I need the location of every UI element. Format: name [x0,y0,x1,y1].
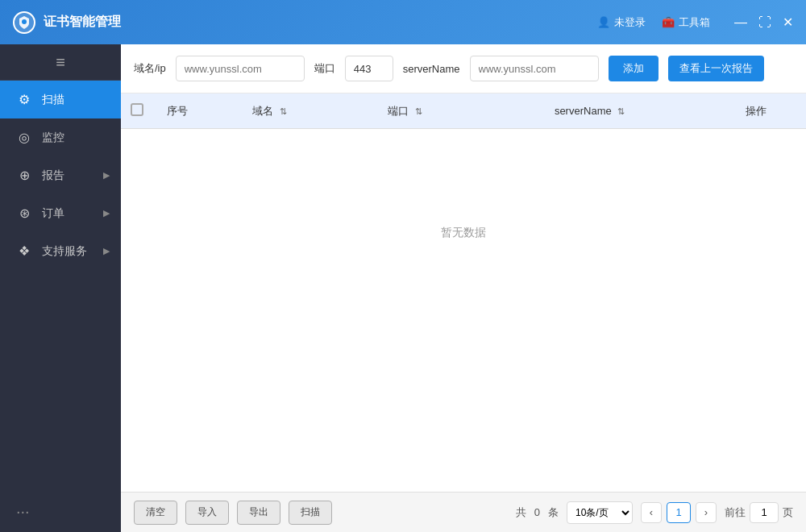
pagination-area: 共 0 条 10条/页 20条/页 50条/页 100条/页 ‹ › 前往 [516,501,793,524]
import-button[interactable]: 导入 [185,501,229,525]
port-sort-icon: ⇅ [415,106,422,117]
sidebar-item-order[interactable]: ⊛ 订单 ▶ [0,194,121,232]
total-unit: 条 [548,505,559,520]
col-port[interactable]: 端口 ⇅ [338,94,474,129]
scan-icon: ⚙ [16,92,32,107]
user-icon: 👤 [597,16,610,28]
report-arrow-icon: ▶ [103,170,110,181]
tools-icon: 🧰 [662,16,675,28]
title-right-group: 👤 未登录 🧰 工具箱 — ⛶ ✕ [597,15,793,30]
support-arrow-icon: ▶ [103,246,110,256]
select-all-checkbox[interactable] [131,103,143,116]
domain-label: 域名/ip [134,61,166,76]
col-seq: 序号 [153,94,202,129]
title-bar: 证书智能管理 👤 未登录 🧰 工具箱 — ⛶ ✕ [0,0,806,44]
sidebar-item-monitor-label: 监控 [42,131,64,145]
scan-button[interactable]: 扫描 [289,501,332,525]
sidebar-header: ≡ [0,44,121,81]
window-controls: — ⛶ ✕ [734,16,793,29]
col-action: 操作 [706,94,806,129]
tools-label: 工具箱 [679,15,710,30]
sidebar-item-scan[interactable]: ⚙ 扫描 [0,81,121,118]
col-server-name[interactable]: serverName ⇅ [473,94,706,129]
goto-suffix: 页 [783,505,793,520]
domain-sort-icon: ⇅ [280,106,287,117]
port-input[interactable] [345,56,393,81]
sidebar-more-btn[interactable]: ··· [0,491,121,532]
sidebar-item-scan-label: 扫描 [42,93,64,107]
order-icon: ⊛ [16,206,32,221]
minimize-button[interactable]: — [734,16,747,29]
server-label: serverName [403,63,460,75]
table-header-row: 序号 域名 ⇅ 端口 ⇅ serverName ⇅ [121,94,806,129]
total-prefix: 共 [516,505,526,520]
sidebar-item-report[interactable]: ⊕ 报告 ▶ [0,156,121,194]
user-label: 未登录 [614,15,646,30]
app-logo-icon [13,11,35,34]
maximize-button[interactable]: ⛶ [758,16,771,29]
main-layout: ≡ ⚙ 扫描 ◎ 监控 ⊕ 报告 ▶ ⊛ 订单 ▶ ❖ 支持服务 ▶ ··· [0,44,806,532]
footer: 清空 导入 导出 扫描 共 0 条 10条/页 20条/页 50条/页 100条… [121,492,806,532]
port-label: 端口 [314,61,335,76]
empty-row: 暂无数据 [121,129,806,338]
prev-page-button[interactable]: ‹ [641,502,662,523]
menu-collapse-icon[interactable]: ≡ [56,53,65,72]
sidebar-item-monitor[interactable]: ◎ 监控 [0,118,121,156]
scan-table: 序号 域名 ⇅ 端口 ⇅ serverName ⇅ [121,94,806,337]
server-input[interactable] [470,56,599,81]
empty-message: 暂无数据 [121,129,806,338]
server-sort-icon: ⇅ [617,106,625,117]
svg-point-1 [22,19,27,24]
export-button[interactable]: 导出 [237,501,280,525]
tools-btn[interactable]: 🧰 工具箱 [662,15,710,30]
report-icon: ⊕ [16,168,32,183]
next-page-button[interactable]: › [696,502,717,523]
sidebar-item-support-label: 支持服务 [42,244,87,259]
select-all-header[interactable] [121,94,153,129]
sidebar-item-report-label: 报告 [42,168,64,183]
table-container: 序号 域名 ⇅ 端口 ⇅ serverName ⇅ [121,94,806,492]
goto-input[interactable] [750,502,779,523]
sidebar: ≡ ⚙ 扫描 ◎ 监控 ⊕ 报告 ▶ ⊛ 订单 ▶ ❖ 支持服务 ▶ ··· [0,44,121,532]
sidebar-item-order-label: 订单 [42,206,64,221]
clear-button[interactable]: 清空 [134,501,177,525]
col-domain[interactable]: 域名 ⇅ [202,94,338,129]
support-icon: ❖ [16,243,32,259]
toolbar: 域名/ip 端口 serverName 添加 查看上一次报告 [121,44,806,94]
goto-page: 前往 页 [725,502,793,523]
pagination: ‹ › [641,502,717,523]
table-body: 暂无数据 [121,129,806,338]
sidebar-item-support[interactable]: ❖ 支持服务 ▶ [0,232,121,270]
more-icon: ··· [16,502,30,520]
page-size-select[interactable]: 10条/页 20条/页 50条/页 100条/页 [567,501,633,524]
app-name: 证书智能管理 [44,14,121,31]
order-arrow-icon: ▶ [103,208,110,218]
table-header: 序号 域名 ⇅ 端口 ⇅ serverName ⇅ [121,94,806,129]
user-login-btn[interactable]: 👤 未登录 [597,15,646,30]
close-button[interactable]: ✕ [783,16,793,29]
content-area: 域名/ip 端口 serverName 添加 查看上一次报告 序号 [121,44,806,532]
goto-prefix: 前往 [725,505,746,520]
current-page-input[interactable] [667,502,691,523]
app-title-group: 证书智能管理 [13,11,121,34]
domain-input[interactable] [176,56,305,81]
total-count: 0 [534,506,540,518]
view-last-report-button[interactable]: 查看上一次报告 [668,56,764,81]
add-button[interactable]: 添加 [609,56,659,81]
monitor-icon: ◎ [16,130,32,145]
